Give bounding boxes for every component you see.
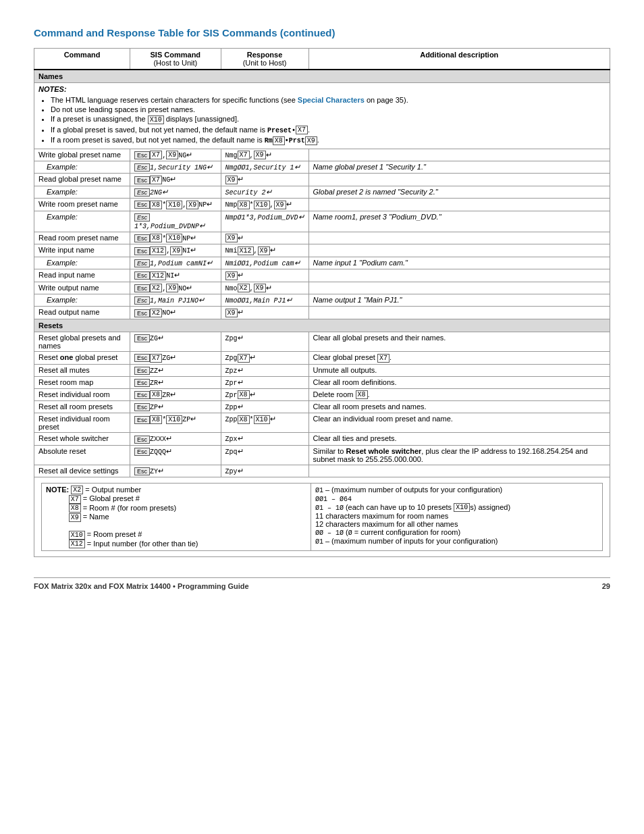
cmd-example-sis: Esc1*3,Podium_DVDNP bbox=[130, 211, 221, 232]
table-row: Reset individual room EscX8ZR ZprX8 Dele… bbox=[34, 388, 610, 401]
note-def-row: NOTE: X2 = Output number X7 = Global pre… bbox=[42, 483, 603, 551]
table-row: Reset one global preset EscX7ZG ZpgX7 Cl… bbox=[34, 352, 610, 365]
table-row: Write room preset name EscX8*X10,X9NP Nm… bbox=[34, 199, 610, 211]
cmd-label: Write input name bbox=[34, 244, 130, 257]
cmd-example-resp: NmoØØ1,Main PJ1 bbox=[221, 294, 308, 307]
table-row: Write input name EscX12,X9NI NmiX12,X9 bbox=[34, 244, 610, 257]
cmd-label: Read room preset name bbox=[34, 232, 130, 244]
table-row: Read output name EscX2NO X9 bbox=[34, 307, 610, 319]
cmd-example-desc: Name room1, preset 3 "Podium_DVD." bbox=[308, 211, 610, 232]
cmd-example-sis: Esc2NG bbox=[130, 186, 221, 199]
cmd-label: Reset individual room bbox=[34, 388, 130, 401]
notes-list: The HTML language reserves certain chara… bbox=[38, 96, 606, 145]
cmd-sis: EscX8*X10NP bbox=[130, 232, 221, 244]
table-row: Reset all device settings EscZY Zpy bbox=[34, 465, 610, 477]
cmd-desc bbox=[308, 465, 610, 477]
cmd-label: Reset all room presets bbox=[34, 401, 130, 413]
note-3: If a preset is unassigned, the X10 displ… bbox=[51, 115, 606, 124]
cmd-sis: EscZG bbox=[130, 332, 221, 352]
cmd-desc: Clear global preset X7. bbox=[308, 352, 610, 365]
table-row: Example: Esc1,Security 1NG NmgØØ1,Securi… bbox=[34, 161, 610, 174]
cmd-label: Read input name bbox=[34, 269, 130, 282]
table-row: Example: Esc1,Main PJ1NO NmoØØ1,Main PJ1… bbox=[34, 294, 610, 307]
cmd-label: Reset one global preset bbox=[34, 352, 130, 365]
cmd-resp: Zpq bbox=[221, 445, 308, 465]
bottom-note-row: NOTE: X2 = Output number X7 = Global pre… bbox=[34, 477, 610, 557]
cmd-resp: NmoX2,X9 bbox=[221, 282, 308, 294]
table-row: Read input name EscX12NI X9 bbox=[34, 269, 610, 282]
cmd-desc: Unmute all outputs. bbox=[308, 364, 610, 376]
cmd-sis: EscZXXX bbox=[130, 433, 221, 445]
cmd-desc: Clear all global presets and their names… bbox=[308, 332, 610, 352]
cmd-label: Reset room map bbox=[34, 376, 130, 388]
cmd-sis: EscX12NI bbox=[130, 269, 221, 282]
cmd-sis: EscX7NG bbox=[130, 174, 221, 186]
page-number: 29 bbox=[602, 582, 610, 590]
cmd-example-desc: Name input 1 "Podium cam." bbox=[308, 257, 610, 269]
cmd-resp: ZpgX7 bbox=[221, 352, 308, 365]
section-resets: Resets bbox=[34, 319, 610, 332]
section-names: Names bbox=[34, 70, 610, 83]
cmd-resp: Zpg bbox=[221, 332, 308, 352]
table-row: Reset all room presets EscZP Zpp Clear a… bbox=[34, 401, 610, 413]
cmd-desc bbox=[308, 199, 610, 211]
cmd-example-resp: Security 2 bbox=[221, 186, 308, 199]
note-5: If a room preset is saved, but not yet n… bbox=[51, 136, 606, 145]
cmd-sis: EscX8*X10ZP bbox=[130, 413, 221, 433]
cmd-sis: EscZQQQ bbox=[130, 445, 221, 465]
cmd-resp: Zpy bbox=[221, 465, 308, 477]
cmd-resp: X9 bbox=[221, 232, 308, 244]
col-additional: Additional description bbox=[308, 49, 610, 70]
col-response: Response(Unit to Host) bbox=[221, 49, 308, 70]
cmd-desc: Clear all room presets and names. bbox=[308, 401, 610, 413]
bottom-note-cell: NOTE: X2 = Output number X7 = Global pre… bbox=[34, 477, 610, 557]
cmd-desc bbox=[308, 307, 610, 319]
cmd-label: Write output name bbox=[34, 282, 130, 294]
cmd-desc bbox=[308, 282, 610, 294]
cmd-example-desc: Name output 1 "Main PJ1." bbox=[308, 294, 610, 307]
cmd-resp: X9 bbox=[221, 307, 308, 319]
cmd-sis: EscX2,X9NO bbox=[130, 282, 221, 294]
cmd-example-sis: Esc1,Main PJ1NO bbox=[130, 294, 221, 307]
cmd-label: Write room preset name bbox=[34, 199, 130, 211]
cmd-label: Reset all mutes bbox=[34, 364, 130, 376]
cmd-resp: Zpz bbox=[221, 364, 308, 376]
cmd-desc: Delete room X8. bbox=[308, 388, 610, 401]
table-row: Reset individual room preset EscX8*X10ZP… bbox=[34, 413, 610, 433]
col-sis-command: SIS Command(Host to Unit) bbox=[130, 49, 221, 70]
table-row: Write output name EscX2,X9NO NmoX2,X9 bbox=[34, 282, 610, 294]
note-4: If a global preset is saved, but not yet… bbox=[51, 126, 606, 135]
cmd-label: Reset global presets and names bbox=[34, 332, 130, 352]
cmd-sis: EscX2NO bbox=[130, 307, 221, 319]
table-row: Reset global presets and names EscZG Zpg… bbox=[34, 332, 610, 352]
bottom-note-table: NOTE: X2 = Output number X7 = Global pre… bbox=[41, 483, 603, 552]
cmd-desc bbox=[308, 269, 610, 282]
cmd-label: Write global preset name bbox=[34, 149, 130, 161]
cmd-sis: EscZP bbox=[130, 401, 221, 413]
table-row: Absolute reset EscZQQQ Zpq Similar to Re… bbox=[34, 445, 610, 465]
cmd-example-label: Example: bbox=[34, 294, 130, 307]
table-row: Example: Esc2NG Security 2 Global preset… bbox=[34, 186, 610, 199]
footer: FOX Matrix 320x and FOX Matrix 14400 • P… bbox=[34, 577, 610, 590]
table-row: Reset all mutes EscZZ Zpz Unmute all out… bbox=[34, 364, 610, 376]
cmd-example-label: Example: bbox=[34, 161, 130, 174]
cmd-label: Absolute reset bbox=[34, 445, 130, 465]
notes-cell: NOTES: The HTML language reserves certai… bbox=[34, 83, 610, 149]
cmd-resp: Zpp bbox=[221, 401, 308, 413]
note-col-right: Ø1 – (maximum number of outputs for your… bbox=[311, 483, 602, 551]
cmd-example-label: Example: bbox=[34, 186, 130, 199]
cmd-desc bbox=[308, 149, 610, 161]
cmd-label: Read global preset name bbox=[34, 174, 130, 186]
table-row: Example: Esc1,Podium camNI NmiØØ1,Podium… bbox=[34, 257, 610, 269]
cmd-resp: NmpX8*X10,X9 bbox=[221, 199, 308, 211]
notes-title: NOTES: bbox=[38, 85, 606, 93]
table-row: Example: Esc1*3,Podium_DVDNP NmpØ1*3,Pod… bbox=[34, 211, 610, 232]
cmd-resp: ZprX8 bbox=[221, 388, 308, 401]
cmd-sis: EscX8ZR bbox=[130, 388, 221, 401]
cmd-label: Reset individual room preset bbox=[34, 413, 130, 433]
cmd-desc bbox=[308, 232, 610, 244]
cmd-desc bbox=[308, 174, 610, 186]
cmd-resp: Zpr bbox=[221, 376, 308, 388]
cmd-sis: EscZR bbox=[130, 376, 221, 388]
cmd-label: Reset all device settings bbox=[34, 465, 130, 477]
